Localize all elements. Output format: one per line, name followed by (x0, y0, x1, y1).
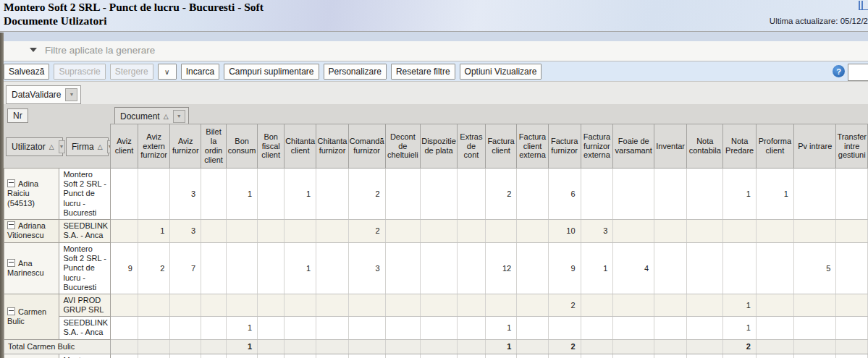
pivot-cell (485, 354, 516, 358)
pivot-cell: 1 (756, 169, 793, 220)
doc-column-header[interactable]: Bon consum (227, 124, 258, 169)
pivot-cell (138, 354, 170, 358)
collapse-icon[interactable] (7, 179, 15, 187)
toolbar-button-campuri-suplimentare[interactable]: Campuri suplimentare (224, 64, 319, 80)
doc-column-header[interactable]: Bilet la ordin client (201, 124, 227, 169)
doc-column-header[interactable]: Dispozitie de plata (421, 124, 458, 169)
user-cell: Adriana Vitionescu (4, 219, 59, 242)
toolbar-left-buttons: SalveazăSuprascrieStergere (4, 64, 158, 80)
collapse-icon[interactable] (7, 307, 15, 315)
sort-ascending-icon[interactable]: △ (164, 113, 169, 120)
pivot-cell: 2 (348, 219, 385, 242)
toolbar-button-personalizare[interactable]: Personalizare (324, 64, 387, 80)
pivot-cell (836, 242, 868, 294)
pivot-cell (613, 317, 654, 339)
doc-column-header[interactable]: Foaie de varsamant (613, 124, 654, 169)
app-window: Montero Soft 2 SRL - Punct de lucru - Bu… (0, 0, 868, 358)
pivot-cell: 10 (548, 219, 581, 242)
pivot-cell (836, 339, 868, 354)
user-cell: Adina Raiciu (54513) (4, 169, 59, 220)
filter-panel-header[interactable]: Filtre aplicate la generare (0, 41, 868, 61)
doc-column-header[interactable]: Factura client (485, 124, 516, 169)
pivot-cell (138, 294, 170, 316)
pivot-cell: 1 (485, 317, 516, 339)
doc-column-header[interactable]: Factura client externa (517, 124, 548, 169)
toolbar-button-salvează[interactable]: Salvează (4, 64, 49, 80)
pivot-cell (793, 317, 835, 339)
pivot-cell (613, 354, 654, 358)
doc-column-header[interactable]: Proforma client (756, 124, 793, 169)
help-icon[interactable]: ? (833, 65, 845, 77)
doc-column-header[interactable]: Bon fiscal client (258, 124, 285, 169)
pivot-cell (421, 242, 458, 294)
doc-column-header[interactable]: Nota Predare (723, 124, 756, 169)
pivot-cell (654, 317, 687, 339)
pivot-cell (258, 169, 285, 220)
pivot-cell (756, 294, 793, 316)
pivot-cell: 1 (723, 317, 756, 339)
doc-column-header[interactable]: Comandă furnizor (348, 124, 385, 169)
doc-column-header[interactable]: Aviz extern furnizor (138, 124, 170, 169)
doc-column-header[interactable]: Aviz client (111, 124, 138, 169)
pivot-cell (385, 242, 421, 294)
doc-column-header[interactable]: Chitanta furnizor (316, 124, 349, 169)
clipped-link-fragment[interactable] (859, 1, 868, 10)
pivot-cell (201, 219, 227, 242)
doc-column-header[interactable]: Aviz furnizor (170, 124, 201, 169)
doc-column-header[interactable]: Nota contabila (687, 124, 723, 169)
pivot-cell (581, 339, 613, 354)
pivot-cell (836, 354, 868, 358)
toolbar-button-resetare-filtre[interactable]: Resetare filtre (391, 64, 455, 80)
doc-column-header[interactable]: Decont de cheltuieli (385, 124, 421, 169)
pivot-cell: 6 (548, 169, 581, 220)
pivot-cell (348, 317, 385, 339)
pivot-cell: 1 (723, 169, 756, 220)
pivot-cell (227, 219, 258, 242)
pivot-cell (458, 219, 486, 242)
nr-button[interactable]: Nr (7, 108, 28, 123)
pivot-cell (111, 219, 138, 242)
collapse-caret-icon[interactable] (30, 48, 37, 52)
pivot-cell (793, 339, 835, 354)
collapse-icon[interactable] (7, 221, 15, 229)
pivot-cell (485, 294, 516, 316)
pivot-cell (316, 169, 349, 220)
pivot-cell (316, 294, 349, 316)
pivot-cell (421, 219, 458, 242)
total-row: Total Carmen Bulic1122 (4, 339, 868, 354)
pivot-cell (517, 219, 548, 242)
doc-column-header[interactable]: Factura furnizor (548, 124, 581, 169)
last-update-label: Ultima actualizare: 05/12/2 (770, 17, 868, 25)
chevron-down-icon[interactable]: ▼ (65, 88, 77, 101)
pivot-cell (111, 317, 138, 339)
pivot-cell (201, 354, 227, 358)
pivot-cell (517, 317, 548, 339)
doc-column-header[interactable]: Pv intrare (793, 124, 835, 169)
toolbar-button-optiuni-vizualizare[interactable]: Optiuni Vizualizare (460, 64, 542, 80)
pivot-cell (385, 354, 421, 358)
doc-column-header[interactable]: Extras de cont (458, 124, 486, 169)
toolbar-button-incarca[interactable]: Incarca (181, 64, 219, 80)
pivot-cell (687, 169, 723, 220)
pivot-cell (756, 219, 793, 242)
pivot-cell (581, 294, 613, 316)
doc-column-header[interactable]: Inventar (654, 124, 687, 169)
pivot-cell (687, 242, 723, 294)
pivot-cell (756, 354, 793, 358)
header-spacer (4, 124, 59, 169)
doc-column-header[interactable]: Transfer intre gestiuni (836, 124, 868, 169)
doc-column-header[interactable]: Chitanta client (285, 124, 316, 169)
clipped-toolbar-button[interactable] (848, 64, 868, 81)
data-validare-combo[interactable]: DataValidare ▼ (6, 85, 81, 104)
pivot-cell: 2 (548, 294, 581, 316)
pivot-cell (421, 339, 458, 354)
pivot-cell (517, 294, 548, 316)
pivot-cell: 1 (285, 169, 316, 220)
collapse-icon[interactable] (7, 259, 15, 267)
pivot-cell (458, 339, 486, 354)
pivot-cell (421, 317, 458, 339)
pivot-cell (654, 354, 687, 358)
save-options-dropdown[interactable]: ∨ (158, 64, 177, 80)
chevron-down-icon[interactable]: ▼ (173, 110, 185, 123)
doc-column-header[interactable]: Factura furnizor externa (581, 124, 613, 169)
